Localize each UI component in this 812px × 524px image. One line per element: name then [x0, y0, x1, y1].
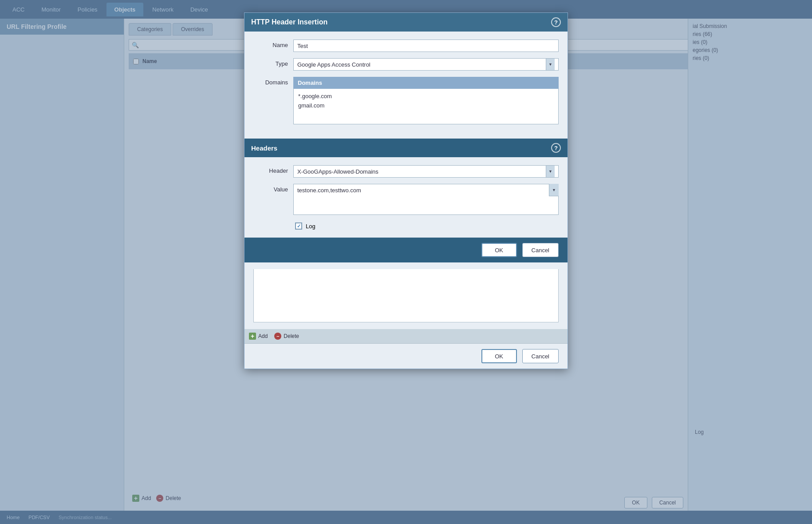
type-row: Type Google Apps Access Control	[253, 58, 559, 71]
sub-delete-button[interactable]: – Delete	[274, 333, 299, 340]
headers-title-bar: Headers ?	[244, 139, 568, 157]
dialog-footer: OK Cancel	[244, 343, 568, 369]
value-dropdown-btn[interactable]	[549, 184, 559, 196]
headers-section: Headers ? Header X-GooGApps-Allowed-Doma…	[244, 139, 568, 343]
sub-table-body	[253, 269, 559, 322]
domains-list: *.google.com gmail.com	[293, 89, 559, 124]
sub-add-label: Add	[258, 333, 268, 339]
type-select[interactable]: Google Apps Access Control	[293, 58, 559, 71]
footer-cancel-button[interactable]: Cancel	[522, 349, 559, 363]
form-section: Name Type Google Apps Access Control Dom…	[244, 32, 568, 139]
sub-panel	[244, 262, 568, 329]
name-label: Name	[253, 40, 293, 48]
type-select-arrow[interactable]	[546, 59, 555, 70]
dialog-title: HTTP Header Insertion	[251, 18, 327, 26]
value-row: Value testone.com,testtwo.com	[253, 184, 559, 216]
log-label: Log	[306, 223, 315, 230]
value-container: testone.com,testtwo.com	[293, 184, 559, 216]
sub-delete-label: Delete	[284, 333, 299, 339]
sub-footer: + Add – Delete	[244, 329, 568, 343]
action-bar: OK Cancel	[244, 238, 568, 262]
headers-title: Headers	[251, 144, 277, 152]
log-checkbox-row: Log	[253, 222, 559, 230]
headers-form: Header X-GooGApps-Allowed-Domains Value …	[244, 157, 568, 238]
sub-add-icon: +	[249, 333, 256, 340]
name-input[interactable]	[293, 40, 559, 52]
dialog-help-icon[interactable]: ?	[551, 17, 561, 27]
header-select-value: X-GooGApps-Allowed-Domains	[297, 168, 378, 175]
header-select[interactable]: X-GooGApps-Allowed-Domains	[293, 165, 559, 178]
domains-row: Domains Domains *.google.com gmail.com	[253, 77, 559, 124]
footer-ok-button[interactable]: OK	[481, 349, 517, 363]
domains-label: Domains	[253, 77, 293, 86]
value-label: Value	[253, 184, 293, 193]
header-select-arrow[interactable]	[546, 166, 555, 177]
cancel-button[interactable]: Cancel	[522, 243, 559, 257]
header-label: Header	[253, 165, 293, 174]
header-row: Header X-GooGApps-Allowed-Domains	[253, 165, 559, 178]
headers-help-icon[interactable]: ?	[551, 143, 561, 153]
domains-container: Domains *.google.com gmail.com	[293, 77, 559, 124]
domain-item-1: gmail.com	[298, 101, 554, 110]
http-header-insertion-dialog: HTTP Header Insertion ? Name Type Google…	[244, 12, 568, 369]
type-select-value: Google Apps Access Control	[297, 61, 371, 68]
sub-add-button[interactable]: + Add	[249, 333, 268, 340]
log-checkbox[interactable]	[295, 222, 302, 230]
dialog-title-bar: HTTP Header Insertion ?	[244, 13, 568, 32]
sub-delete-icon: –	[274, 333, 281, 340]
name-row: Name	[253, 40, 559, 52]
domain-item-0: *.google.com	[298, 91, 554, 101]
ok-button[interactable]: OK	[481, 243, 517, 257]
domains-header: Domains	[293, 77, 559, 89]
type-label: Type	[253, 58, 293, 67]
value-textarea[interactable]: testone.com,testtwo.com	[293, 184, 559, 215]
